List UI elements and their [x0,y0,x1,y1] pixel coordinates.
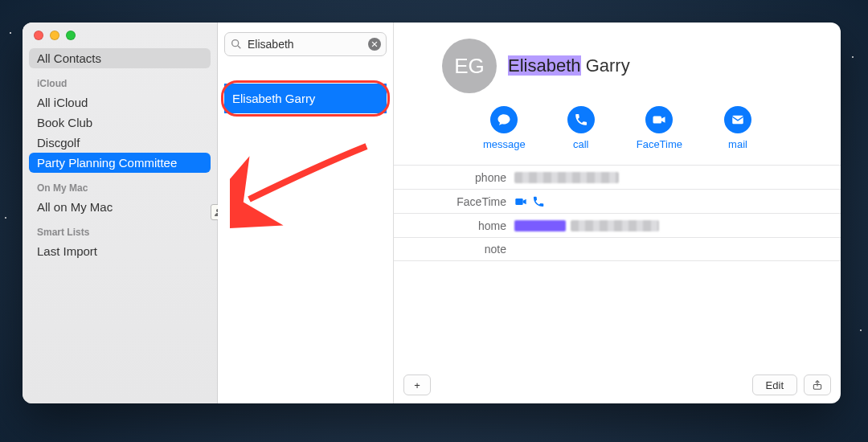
action-facetime[interactable]: FaceTime [637,106,682,150]
add-contact-button[interactable]: + [403,374,431,395]
action-message-label: message [483,138,526,150]
contact-last-name: Garry [586,55,630,76]
zoom-window-button[interactable] [66,31,76,40]
mail-icon [731,113,745,127]
search-result-name: Elisabeth Garry [232,92,315,105]
field-phone-label: phone [408,171,514,184]
search-field[interactable]: Elisabeth [224,32,387,56]
avatar[interactable]: EG [442,39,497,93]
action-message[interactable]: message [483,106,526,150]
field-note-label: note [408,243,514,256]
field-note[interactable]: note [394,237,841,261]
sidebar-group-title-onmymac: On My Mac [29,173,211,197]
sidebar-item-last-import[interactable]: Last Import [29,241,211,261]
field-phone[interactable]: phone [394,165,841,189]
edit-button[interactable]: Edit [752,374,797,395]
contact-name: Elisabeth Garry [508,55,630,76]
sidebar-item-discgolf[interactable]: Discgolf [29,133,211,153]
sidebar-group-title-icloud: iCloud [29,68,211,92]
svg-point-1 [232,40,239,47]
action-facetime-label: FaceTime [637,138,682,150]
quick-actions: message call FaceTime mail [394,98,841,165]
svg-rect-7 [515,198,522,205]
field-home[interactable]: home [394,213,841,237]
field-home-label: home [408,219,514,232]
search-value: Elisabeth [248,38,294,51]
action-mail-label: mail [728,138,747,150]
sidebar-item-book-club[interactable]: Book Club [29,113,211,133]
field-phone-value-redacted [514,172,619,183]
contacts-window: All Contacts iCloud All iCloud Book Club… [23,23,841,403]
action-call-label: call [573,138,589,150]
message-icon [497,113,511,127]
search-icon [230,38,243,51]
contact-detail-pane: EG Elisabeth Garry message call FaceTime… [394,23,841,403]
share-icon [812,379,823,391]
window-traffic-lights [29,31,211,48]
clear-icon [371,40,379,48]
close-window-button[interactable] [34,31,43,40]
field-facetime[interactable]: FaceTime [394,189,841,213]
minimize-window-button[interactable] [50,31,59,40]
detail-footer: + Edit [394,366,841,403]
video-icon [652,113,666,127]
sidebar-item-all-icloud[interactable]: All iCloud [29,92,211,113]
phone-icon [532,195,545,208]
sidebar-group-title-smartlists: Smart Lists [29,217,211,241]
contact-list-pane: Elisabeth Elisabeth Garry [218,23,394,403]
svg-rect-5 [653,117,662,124]
field-facetime-label: FaceTime [408,195,514,208]
contact-fields: phone FaceTime home note [394,165,841,261]
sidebar-top-item[interactable]: All Contacts [29,48,211,68]
sidebar: All Contacts iCloud All iCloud Book Club… [23,23,218,403]
contact-first-name: Elisabeth [508,55,581,76]
field-home-value-redacted-2 [571,220,659,231]
contact-header: EG Elisabeth Garry [394,23,841,98]
action-call[interactable]: call [567,106,595,150]
field-home-value-redacted-1 [514,220,566,231]
sidebar-item-party-planning[interactable]: Party Planning Committee [29,153,211,173]
video-icon [514,195,527,208]
search-result-row[interactable]: Elisabeth Garry [224,84,387,113]
svg-line-2 [238,46,240,48]
action-mail[interactable]: mail [724,106,751,150]
phone-icon [574,113,588,127]
search-clear-button[interactable] [368,38,381,51]
sidebar-item-all-on-my-mac[interactable]: All on My Mac [29,197,211,217]
share-button[interactable] [804,374,831,395]
